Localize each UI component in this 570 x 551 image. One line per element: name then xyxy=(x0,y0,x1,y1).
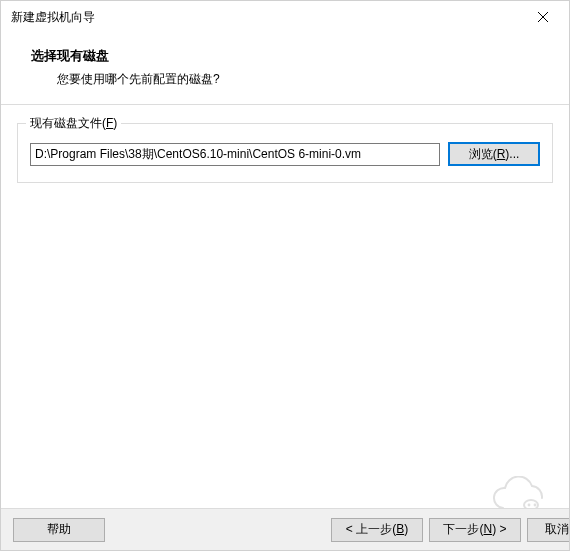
wizard-header: 选择现有磁盘 您要使用哪个先前配置的磁盘? xyxy=(1,33,569,104)
next-prefix: 下一步( xyxy=(443,522,483,536)
close-button[interactable] xyxy=(525,3,561,31)
svg-point-4 xyxy=(534,504,537,507)
disk-path-input[interactable] xyxy=(30,143,440,166)
svg-point-3 xyxy=(528,504,531,507)
page-description: 您要使用哪个先前配置的磁盘? xyxy=(57,71,545,88)
back-suffix: ) xyxy=(404,522,408,536)
fieldset-legend: 现有磁盘文件(F) xyxy=(26,115,121,132)
legend-suffix: ) xyxy=(113,116,117,130)
back-button[interactable]: < 上一步(B) xyxy=(331,518,423,542)
page-title: 选择现有磁盘 xyxy=(31,47,545,65)
existing-disk-fieldset: 现有磁盘文件(F) 浏览(R)... xyxy=(17,123,553,183)
back-prefix: < 上一步( xyxy=(346,522,396,536)
content-area: 现有磁盘文件(F) 浏览(R)... xyxy=(1,105,569,183)
window-title: 新建虚拟机向导 xyxy=(11,9,525,26)
back-hotkey: B xyxy=(396,522,404,536)
titlebar: 新建虚拟机向导 xyxy=(1,1,569,33)
close-icon xyxy=(538,12,548,22)
legend-prefix: 现有磁盘文件( xyxy=(30,116,106,130)
disk-path-row: 浏览(R)... xyxy=(30,142,540,166)
footer: 帮助 < 上一步(B) 下一步(N) > 取消 xyxy=(1,508,569,550)
next-hotkey: N xyxy=(483,522,492,536)
next-suffix: ) > xyxy=(492,522,506,536)
browse-button[interactable]: 浏览(R)... xyxy=(448,142,540,166)
browse-suffix: )... xyxy=(505,147,519,161)
cancel-button[interactable]: 取消 xyxy=(527,518,570,542)
help-button[interactable]: 帮助 xyxy=(13,518,105,542)
browse-prefix: 浏览( xyxy=(469,147,497,161)
next-button[interactable]: 下一步(N) > xyxy=(429,518,521,542)
